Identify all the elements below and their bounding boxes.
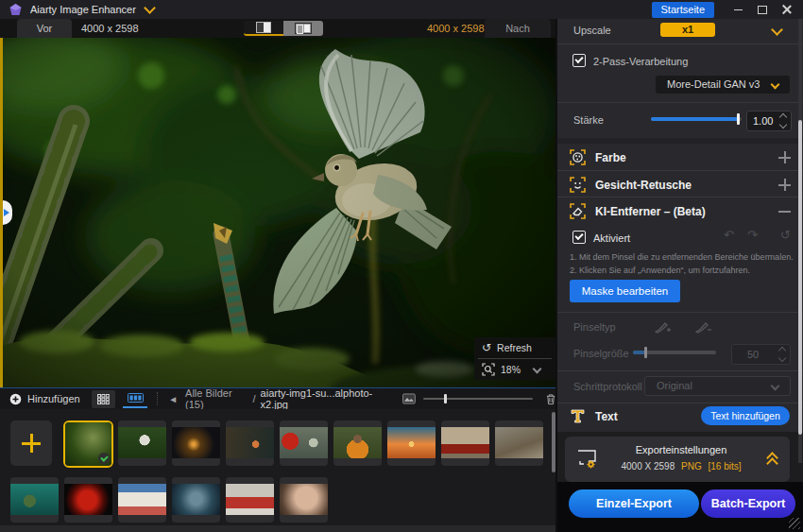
color-section-header[interactable]: Farbe [595,151,626,164]
thumbnail-photo [10,484,59,515]
grid-view-button[interactable] [92,390,116,408]
settings-panel: Upscale x1 2-Pass-Verarbeitung More-Deta… [555,19,803,532]
plus-circle-icon [9,393,22,405]
refresh-label: Refresh [497,342,532,353]
thumbnail-village-street[interactable] [495,420,543,466]
add-images-button[interactable]: Hinzufügen [0,388,90,409]
thumbnail-size-slider[interactable] [423,398,533,400]
thumbnail-red-station-snow[interactable] [226,477,274,523]
thumbnail-size-slider-thumb[interactable] [444,394,447,403]
history-dropdown[interactable]: Original [644,376,791,396]
brush-size-spinner[interactable] [779,348,785,361]
filmstrip-view-button[interactable] [123,390,147,408]
export-settings-icon [576,449,599,470]
strength-value-box[interactable]: 1.00 [746,111,792,131]
zoom-chevron-icon [533,364,542,373]
brush-subtract-icon[interactable] [695,319,711,334]
export-settings-box[interactable]: Exporteinstellungen 4000 X 2598 PNG [16 … [565,437,790,482]
after-size-label: 4000 x 2598 [427,19,485,38]
model-dropdown[interactable]: More-Detail GAN v3 [656,76,790,94]
face-expand-icon[interactable] [778,179,791,191]
thumbnail-dog-closeup[interactable] [172,477,220,523]
two-pass-checkbox[interactable] [572,54,586,67]
breadcrumb[interactable]: Alle Bilder (15) [185,387,248,410]
thumbnail-photo [64,484,112,515]
thumbnail-red-classic-car[interactable] [441,420,489,466]
thumbnails-horizontal-scrollbar[interactable] [0,525,555,532]
before-size-label: 4000 x 2598 [81,19,139,38]
app-menu-chevron-icon[interactable] [144,2,156,14]
close-button[interactable] [775,1,799,18]
export-format: PNG [681,461,702,472]
thumbnail-night-city[interactable] [172,420,220,466]
thumbnail-hibiscus-hummingbird[interactable] [280,420,328,466]
thumbnail-photo [118,484,166,515]
strength-label: Stärke [573,114,604,126]
zoom-control[interactable]: 18% [474,359,555,380]
brush-add-icon[interactable] [655,319,671,334]
maximize-icon [758,6,767,14]
home-button[interactable]: Startseite [652,2,714,18]
thumbnail-photo [387,427,436,458]
thumbnail-grid [0,409,555,525]
thumbnail-autumn-lake-house[interactable] [226,420,274,466]
enhanced-check-badge [98,453,110,464]
color-section-icon [570,149,586,165]
add-image-tile[interactable] [10,420,52,466]
split-view-icon [295,23,312,34]
tab-before[interactable]: Vor [17,19,72,38]
remover-enabled-checkbox[interactable] [572,231,586,244]
strength-slider[interactable] [651,117,742,121]
strength-value: 1.00 [753,115,773,127]
brush-size-label: Pinselgröße [573,348,629,359]
thumbnail-heron[interactable] [118,420,166,466]
thumbnail-sunset-grass[interactable] [387,420,436,466]
upscale-value-pill[interactable]: x1 [660,23,715,37]
thumbnail-woman-portrait[interactable] [280,477,328,523]
single-export-button[interactable]: Einzel-Export [569,489,699,518]
remover-collapse-icon[interactable] [778,205,791,217]
thumbnail-photo [118,427,166,458]
single-view-toggle[interactable] [244,21,283,36]
viewer-overlay: ↺ Refresh 18% [474,337,555,380]
app-logo-icon [9,3,23,17]
tab-after[interactable]: Nach [485,19,551,38]
panel-scrollbar-thumb[interactable] [798,120,802,435]
reset-icon[interactable]: ↺ [780,228,791,242]
edit-mask-button[interactable]: Maske bearbeiten [570,280,680,302]
thumbnail-photo [333,427,382,458]
thumbnail-underwater-turtle[interactable] [10,477,59,523]
upscale-chevron-icon[interactable] [771,24,783,36]
breadcrumb-separator: / [253,393,256,404]
image-preview[interactable] [0,38,555,387]
history-label: Schrittprotokoll [573,381,642,392]
brush-size-slider[interactable] [633,351,716,354]
face-section-header[interactable]: Gesicht-Retusche [595,179,692,192]
bird-photo [0,38,555,387]
thumbnail-white-building-flowers[interactable] [118,477,166,523]
resize-grip[interactable] [789,518,800,529]
maximize-button[interactable] [750,1,775,18]
trash-icon[interactable] [546,393,555,405]
remover-section-header[interactable]: KI-Entferner – (Beta) [595,205,706,218]
brush-size-value-box[interactable]: 50 [731,344,791,365]
split-view-toggle[interactable] [283,21,323,36]
redo-icon[interactable]: ↷ [747,228,758,242]
remover-step1-text: 1. Mit dem Pinsel die zu entfernenden Be… [570,252,794,262]
filmstrip-view-icon [128,393,144,403]
minimize-button[interactable] [726,1,750,18]
undo-icon[interactable]: ↶ [724,228,734,242]
refresh-button[interactable]: ↺ Refresh [474,337,555,358]
thumbnail-red-betta-fish[interactable] [64,477,112,523]
model-dropdown-chevron-icon [771,80,780,90]
grid-view-icon [97,394,110,404]
history-dropdown-value: Original [657,380,692,391]
thumbnail-photo [495,427,543,458]
batch-export-button[interactable]: Batch-Export [701,489,795,518]
thumbnail-bird-selected[interactable] [63,420,113,468]
thumbnail-child-orange-jacket[interactable] [333,420,382,466]
color-expand-icon[interactable] [778,151,791,163]
strength-spinner[interactable] [780,114,786,128]
back-arrow-icon[interactable]: ◄ [168,394,178,404]
add-text-button[interactable]: Text hinzufügen [701,406,790,425]
